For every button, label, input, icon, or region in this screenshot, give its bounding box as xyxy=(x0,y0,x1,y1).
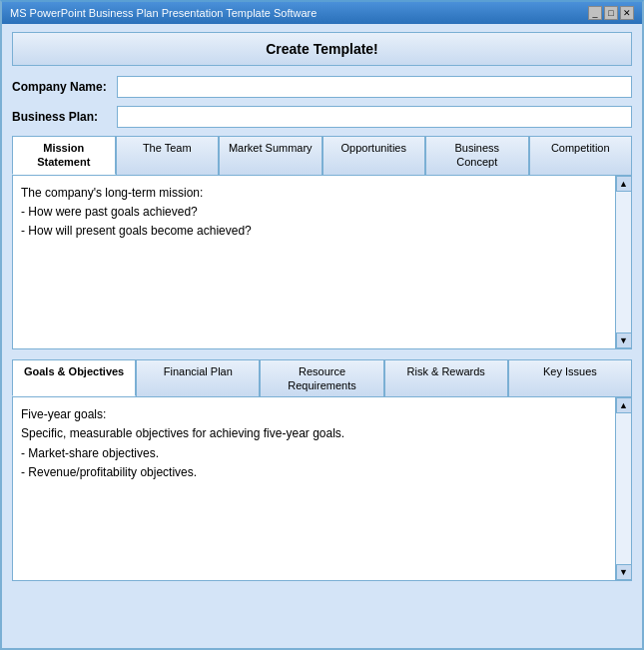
scroll-down-arrow[interactable]: ▼ xyxy=(616,332,632,348)
tab-the-team[interactable]: The Team xyxy=(116,136,220,175)
tab-market-summary[interactable]: Market Summary xyxy=(219,136,322,175)
bottom-scroll-down-arrow[interactable]: ▼ xyxy=(616,564,632,580)
top-content-text: The company's long-term mission: - How w… xyxy=(21,184,623,242)
tab-business-concept[interactable]: BusinessConcept xyxy=(425,136,529,175)
content-area: Create Template! Company Name: Business … xyxy=(2,24,642,589)
top-scrollbar: ▲ ▼ xyxy=(615,176,631,348)
tab-goals-objectives[interactable]: Goals & Objectives xyxy=(12,359,136,397)
titlebar: MS PowerPoint Business Plan Presentation… xyxy=(2,2,642,24)
scroll-track-bottom xyxy=(616,413,631,564)
company-name-row: Company Name: xyxy=(12,76,632,98)
main-window: MS PowerPoint Business Plan Presentation… xyxy=(0,0,644,650)
top-tabs-container: MissionStatement The Team Market Summary… xyxy=(12,136,632,349)
tab-mission-statement[interactable]: MissionStatement xyxy=(12,136,116,175)
bottom-tabs-container: Goals & Objectives Financial Plan Resour… xyxy=(12,359,632,582)
window-controls: _ □ ✕ xyxy=(588,6,634,20)
minimize-button[interactable]: _ xyxy=(588,6,602,20)
tab-financial-plan[interactable]: Financial Plan xyxy=(136,359,260,397)
tab-key-issues[interactable]: Key Issues xyxy=(508,359,632,397)
company-name-label: Company Name: xyxy=(12,80,117,94)
bottom-content-line2: Specific, measurable objectives for achi… xyxy=(21,426,344,440)
bottom-tabs-row: Goals & Objectives Financial Plan Resour… xyxy=(12,359,632,397)
bottom-content-line4: - Revenue/profitability objectives. xyxy=(21,465,197,479)
top-content-line3: - How will present goals become achieved… xyxy=(21,224,252,238)
business-plan-input[interactable] xyxy=(117,106,632,128)
top-tabs-row: MissionStatement The Team Market Summary… xyxy=(12,136,632,175)
top-tab-content: The company's long-term mission: - How w… xyxy=(12,175,632,349)
restore-button[interactable]: □ xyxy=(604,6,618,20)
business-plan-row: Business Plan: xyxy=(12,106,632,128)
scroll-track-top xyxy=(616,192,631,332)
top-content-line2: - How were past goals achieved? xyxy=(21,205,198,219)
window-title: MS PowerPoint Business Plan Presentation… xyxy=(10,7,317,19)
company-name-input[interactable] xyxy=(117,76,632,98)
bottom-tab-content: Five-year goals: Specific, measurable ob… xyxy=(12,396,632,581)
bottom-content-line1: Five-year goals: xyxy=(21,407,106,421)
create-template-button[interactable]: Create Template! xyxy=(12,32,632,66)
section-spacer xyxy=(12,349,632,359)
bottom-content-text: Five-year goals: Specific, measurable ob… xyxy=(21,405,623,482)
close-button[interactable]: ✕ xyxy=(620,6,634,20)
tab-resource-requirements[interactable]: ResourceRequirements xyxy=(260,359,383,397)
tab-risk-rewards[interactable]: Risk & Rewards xyxy=(384,359,508,397)
tab-opportunities[interactable]: Opportunities xyxy=(322,136,426,175)
bottom-scroll-up-arrow[interactable]: ▲ xyxy=(616,397,632,413)
top-content-line1: The company's long-term mission: xyxy=(21,186,203,200)
bottom-content-line3: - Market-share objectives. xyxy=(21,446,159,460)
bottom-scrollbar: ▲ ▼ xyxy=(615,397,631,580)
scroll-up-arrow[interactable]: ▲ xyxy=(616,176,632,192)
tab-competition[interactable]: Competition xyxy=(529,136,633,175)
business-plan-label: Business Plan: xyxy=(12,110,117,124)
